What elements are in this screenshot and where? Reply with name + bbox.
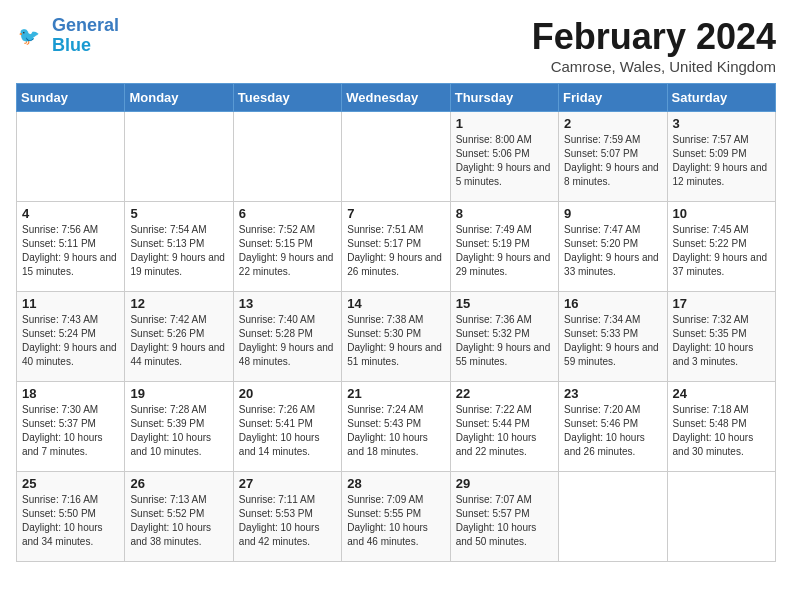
- day-info: Sunrise: 7:49 AM Sunset: 5:19 PM Dayligh…: [456, 223, 553, 279]
- calendar-cell: 2Sunrise: 7:59 AM Sunset: 5:07 PM Daylig…: [559, 112, 667, 202]
- day-info: Sunrise: 8:00 AM Sunset: 5:06 PM Dayligh…: [456, 133, 553, 189]
- day-info: Sunrise: 7:13 AM Sunset: 5:52 PM Dayligh…: [130, 493, 227, 549]
- day-number: 28: [347, 476, 444, 491]
- calendar-week-1: 4Sunrise: 7:56 AM Sunset: 5:11 PM Daylig…: [17, 202, 776, 292]
- day-number: 5: [130, 206, 227, 221]
- day-number: 21: [347, 386, 444, 401]
- day-number: 13: [239, 296, 336, 311]
- logo-text: General Blue: [52, 16, 119, 56]
- calendar-cell: [559, 472, 667, 562]
- day-info: Sunrise: 7:59 AM Sunset: 5:07 PM Dayligh…: [564, 133, 661, 189]
- day-number: 12: [130, 296, 227, 311]
- calendar-week-0: 1Sunrise: 8:00 AM Sunset: 5:06 PM Daylig…: [17, 112, 776, 202]
- day-number: 2: [564, 116, 661, 131]
- day-number: 14: [347, 296, 444, 311]
- calendar-cell: 24Sunrise: 7:18 AM Sunset: 5:48 PM Dayli…: [667, 382, 775, 472]
- day-number: 15: [456, 296, 553, 311]
- day-info: Sunrise: 7:07 AM Sunset: 5:57 PM Dayligh…: [456, 493, 553, 549]
- calendar-cell: 13Sunrise: 7:40 AM Sunset: 5:28 PM Dayli…: [233, 292, 341, 382]
- calendar-cell: 6Sunrise: 7:52 AM Sunset: 5:15 PM Daylig…: [233, 202, 341, 292]
- calendar-cell: 3Sunrise: 7:57 AM Sunset: 5:09 PM Daylig…: [667, 112, 775, 202]
- header-tuesday: Tuesday: [233, 84, 341, 112]
- calendar-cell: 19Sunrise: 7:28 AM Sunset: 5:39 PM Dayli…: [125, 382, 233, 472]
- title-area: February 2024 Camrose, Wales, United Kin…: [532, 16, 776, 75]
- header-saturday: Saturday: [667, 84, 775, 112]
- calendar-cell: 4Sunrise: 7:56 AM Sunset: 5:11 PM Daylig…: [17, 202, 125, 292]
- day-info: Sunrise: 7:36 AM Sunset: 5:32 PM Dayligh…: [456, 313, 553, 369]
- header-sunday: Sunday: [17, 84, 125, 112]
- calendar-cell: 20Sunrise: 7:26 AM Sunset: 5:41 PM Dayli…: [233, 382, 341, 472]
- day-number: 27: [239, 476, 336, 491]
- header-thursday: Thursday: [450, 84, 558, 112]
- day-number: 4: [22, 206, 119, 221]
- day-number: 18: [22, 386, 119, 401]
- day-number: 11: [22, 296, 119, 311]
- calendar-table: SundayMondayTuesdayWednesdayThursdayFrid…: [16, 83, 776, 562]
- day-number: 22: [456, 386, 553, 401]
- day-number: 3: [673, 116, 770, 131]
- logo-icon: 🐦: [16, 20, 48, 52]
- day-number: 7: [347, 206, 444, 221]
- day-info: Sunrise: 7:22 AM Sunset: 5:44 PM Dayligh…: [456, 403, 553, 459]
- day-info: Sunrise: 7:32 AM Sunset: 5:35 PM Dayligh…: [673, 313, 770, 369]
- calendar-cell: 14Sunrise: 7:38 AM Sunset: 5:30 PM Dayli…: [342, 292, 450, 382]
- calendar-cell: 9Sunrise: 7:47 AM Sunset: 5:20 PM Daylig…: [559, 202, 667, 292]
- day-info: Sunrise: 7:51 AM Sunset: 5:17 PM Dayligh…: [347, 223, 444, 279]
- calendar-cell: 21Sunrise: 7:24 AM Sunset: 5:43 PM Dayli…: [342, 382, 450, 472]
- day-number: 8: [456, 206, 553, 221]
- calendar-cell: 23Sunrise: 7:20 AM Sunset: 5:46 PM Dayli…: [559, 382, 667, 472]
- calendar-cell: [233, 112, 341, 202]
- day-info: Sunrise: 7:09 AM Sunset: 5:55 PM Dayligh…: [347, 493, 444, 549]
- calendar-cell: [667, 472, 775, 562]
- header: 🐦 General Blue February 2024 Camrose, Wa…: [16, 16, 776, 75]
- calendar-cell: 10Sunrise: 7:45 AM Sunset: 5:22 PM Dayli…: [667, 202, 775, 292]
- day-number: 16: [564, 296, 661, 311]
- svg-text:🐦: 🐦: [18, 25, 40, 47]
- day-info: Sunrise: 7:24 AM Sunset: 5:43 PM Dayligh…: [347, 403, 444, 459]
- day-number: 6: [239, 206, 336, 221]
- day-number: 19: [130, 386, 227, 401]
- day-info: Sunrise: 7:18 AM Sunset: 5:48 PM Dayligh…: [673, 403, 770, 459]
- calendar-cell: 1Sunrise: 8:00 AM Sunset: 5:06 PM Daylig…: [450, 112, 558, 202]
- day-number: 26: [130, 476, 227, 491]
- day-info: Sunrise: 7:30 AM Sunset: 5:37 PM Dayligh…: [22, 403, 119, 459]
- calendar-cell: 7Sunrise: 7:51 AM Sunset: 5:17 PM Daylig…: [342, 202, 450, 292]
- day-info: Sunrise: 7:34 AM Sunset: 5:33 PM Dayligh…: [564, 313, 661, 369]
- calendar-week-2: 11Sunrise: 7:43 AM Sunset: 5:24 PM Dayli…: [17, 292, 776, 382]
- calendar-cell: 18Sunrise: 7:30 AM Sunset: 5:37 PM Dayli…: [17, 382, 125, 472]
- day-number: 10: [673, 206, 770, 221]
- day-number: 25: [22, 476, 119, 491]
- calendar-cell: 27Sunrise: 7:11 AM Sunset: 5:53 PM Dayli…: [233, 472, 341, 562]
- calendar-cell: [17, 112, 125, 202]
- day-info: Sunrise: 7:20 AM Sunset: 5:46 PM Dayligh…: [564, 403, 661, 459]
- month-title: February 2024: [532, 16, 776, 58]
- header-wednesday: Wednesday: [342, 84, 450, 112]
- calendar-cell: 17Sunrise: 7:32 AM Sunset: 5:35 PM Dayli…: [667, 292, 775, 382]
- day-info: Sunrise: 7:26 AM Sunset: 5:41 PM Dayligh…: [239, 403, 336, 459]
- day-info: Sunrise: 7:54 AM Sunset: 5:13 PM Dayligh…: [130, 223, 227, 279]
- header-monday: Monday: [125, 84, 233, 112]
- day-number: 29: [456, 476, 553, 491]
- calendar-cell: 16Sunrise: 7:34 AM Sunset: 5:33 PM Dayli…: [559, 292, 667, 382]
- day-info: Sunrise: 7:42 AM Sunset: 5:26 PM Dayligh…: [130, 313, 227, 369]
- day-info: Sunrise: 7:57 AM Sunset: 5:09 PM Dayligh…: [673, 133, 770, 189]
- day-number: 9: [564, 206, 661, 221]
- calendar-cell: 22Sunrise: 7:22 AM Sunset: 5:44 PM Dayli…: [450, 382, 558, 472]
- day-info: Sunrise: 7:38 AM Sunset: 5:30 PM Dayligh…: [347, 313, 444, 369]
- day-info: Sunrise: 7:40 AM Sunset: 5:28 PM Dayligh…: [239, 313, 336, 369]
- day-info: Sunrise: 7:56 AM Sunset: 5:11 PM Dayligh…: [22, 223, 119, 279]
- calendar-cell: 11Sunrise: 7:43 AM Sunset: 5:24 PM Dayli…: [17, 292, 125, 382]
- calendar-week-4: 25Sunrise: 7:16 AM Sunset: 5:50 PM Dayli…: [17, 472, 776, 562]
- calendar-cell: 25Sunrise: 7:16 AM Sunset: 5:50 PM Dayli…: [17, 472, 125, 562]
- calendar-cell: [342, 112, 450, 202]
- day-number: 20: [239, 386, 336, 401]
- calendar-header-row: SundayMondayTuesdayWednesdayThursdayFrid…: [17, 84, 776, 112]
- calendar-cell: 15Sunrise: 7:36 AM Sunset: 5:32 PM Dayli…: [450, 292, 558, 382]
- calendar-cell: 12Sunrise: 7:42 AM Sunset: 5:26 PM Dayli…: [125, 292, 233, 382]
- day-number: 23: [564, 386, 661, 401]
- day-info: Sunrise: 7:11 AM Sunset: 5:53 PM Dayligh…: [239, 493, 336, 549]
- day-info: Sunrise: 7:43 AM Sunset: 5:24 PM Dayligh…: [22, 313, 119, 369]
- calendar-cell: 26Sunrise: 7:13 AM Sunset: 5:52 PM Dayli…: [125, 472, 233, 562]
- calendar-cell: 29Sunrise: 7:07 AM Sunset: 5:57 PM Dayli…: [450, 472, 558, 562]
- day-number: 17: [673, 296, 770, 311]
